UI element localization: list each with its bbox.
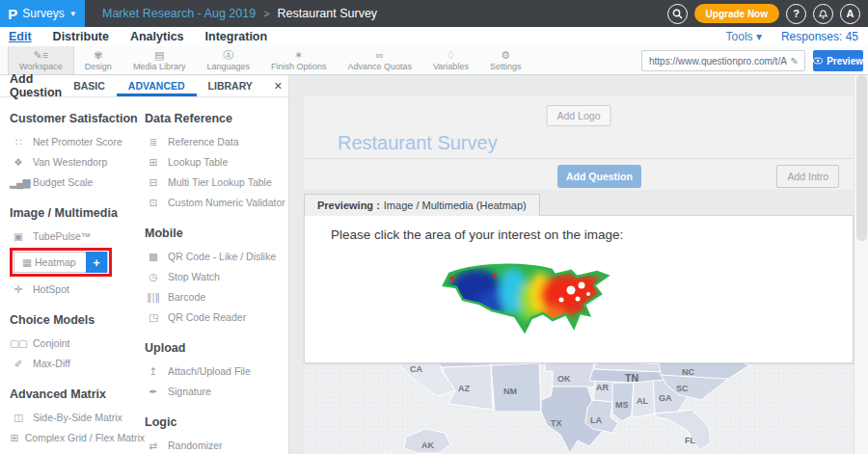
bar-chart-icon: ▂▄▆ xyxy=(10,176,26,188)
state-label-az: AZ xyxy=(458,384,470,393)
video-camera-icon: ▣ xyxy=(10,230,26,242)
question-text: Please click the area of your interest o… xyxy=(331,227,623,242)
search-button[interactable] xyxy=(667,4,688,24)
survey-title[interactable]: Restaurant Survey xyxy=(338,132,498,154)
item-van-westendorp[interactable]: ❖ Van Westendorp xyxy=(10,151,145,172)
item-lookup-table[interactable]: ⊞ Lookup Table xyxy=(145,151,287,172)
item-custom-numeric-validator[interactable]: ⊡ Custom Numeric Validator xyxy=(145,192,287,212)
edit-url-pencil-icon[interactable]: ✎ xyxy=(791,56,804,67)
add-question-button[interactable]: Add Question xyxy=(557,165,641,188)
responses-count[interactable]: Responses: 45 xyxy=(781,30,858,43)
scrollbar-track[interactable] xyxy=(854,75,868,454)
nav-tab-analytics[interactable]: Analytics xyxy=(130,30,184,43)
item-stop-watch[interactable]: ◷ Stop Watch xyxy=(145,266,287,286)
section-customer-satisfaction: Customer Satisfaction ∷ Net Promoter Sco… xyxy=(10,112,145,192)
us-states-map[interactable]: CA AZ NM OK AR TN NC SC MS AL GA TX LA F… xyxy=(304,361,854,454)
item-net-promoter-score[interactable]: ∷ Net Promoter Score xyxy=(10,131,145,151)
heatmap-icon: ▦ xyxy=(18,256,35,268)
upgrade-now-button[interactable]: Upgrade Now xyxy=(694,4,779,23)
breadcrumb: Market Research - Aug 2019 > Restaurant … xyxy=(102,7,377,20)
item-max-diff[interactable]: ✐ Max-Diff xyxy=(10,353,145,373)
preview-button[interactable]: Preview xyxy=(813,50,863,71)
toolbar-advance-quotas-button[interactable]: ∞ Advance Quotas xyxy=(337,46,422,74)
toolbar-finish-options-button[interactable]: ✶ Finish Options xyxy=(260,46,338,74)
item-reference-data[interactable]: ≣ Reference Data xyxy=(145,131,287,151)
grid-icon: ⊞ xyxy=(10,432,18,443)
toolbar-variables-button[interactable]: ♢ Variables xyxy=(422,46,479,74)
surveys-menu[interactable]: P Surveys ▼ xyxy=(0,0,85,27)
nav-tab-distribute[interactable]: Distribute xyxy=(53,30,109,43)
toolbar-design-button[interactable]: ✾ Design xyxy=(74,46,122,74)
tab-library[interactable]: LIBRARY xyxy=(197,75,264,96)
help-icon: ? xyxy=(793,8,800,19)
item-conjoint[interactable]: ▢▢ Conjoint xyxy=(10,333,145,353)
toolbar-settings-button[interactable]: ⚙ Settings xyxy=(479,46,532,74)
add-question-panel: Add Question BASIC ADVANCED LIBRARY ✕ Cu… xyxy=(0,75,289,454)
breadcrumb-folder[interactable]: Market Research - Aug 2019 xyxy=(102,7,256,20)
close-panel-button[interactable]: ✕ xyxy=(264,75,292,96)
item-randomizer[interactable]: ⇄ Randomizer xyxy=(145,435,287,454)
state-label-la: LA xyxy=(590,415,602,425)
add-heatmap-button[interactable]: + xyxy=(86,252,107,273)
tab-basic[interactable]: BASIC xyxy=(62,75,117,96)
item-complex-grid[interactable]: ⊞ Complex Grid / Flex Matrix xyxy=(10,427,145,447)
section-choice-models: Choice Models ▢▢ Conjoint ✐ Max-Diff xyxy=(10,313,145,373)
chevron-down-icon: ▼ xyxy=(69,10,77,18)
item-heatmap[interactable]: ▦ Heatmap + xyxy=(14,252,108,273)
help-button[interactable]: ? xyxy=(786,4,806,24)
item-hotspot[interactable]: ✛ HotSpot xyxy=(10,279,145,299)
section-heading: Mobile xyxy=(145,227,287,240)
number-box-icon: ⊡ xyxy=(145,197,161,208)
stopwatch-icon: ◷ xyxy=(145,271,161,282)
tab-advanced[interactable]: ADVANCED xyxy=(117,75,197,96)
rows-icon: ≣ xyxy=(145,136,161,147)
section-heading: Upload xyxy=(145,341,287,355)
section-advanced-matrix: Advanced Matrix ◫ Side-By-Side Matrix ⊞ … xyxy=(10,387,145,447)
survey-canvas: Add Logo Restaurant Survey Add Question … xyxy=(289,75,868,454)
breadcrumb-current: Restaurant Survey xyxy=(278,7,378,20)
notifications-button[interactable] xyxy=(813,4,833,24)
survey-header-card: Add Logo Restaurant Survey Add Question … xyxy=(304,96,854,190)
section-heading: Advanced Matrix xyxy=(10,387,145,401)
eye-icon xyxy=(813,57,823,65)
signature-pen-icon: ✒ xyxy=(145,386,161,397)
heatmap-image[interactable] xyxy=(438,260,631,346)
add-logo-button[interactable]: Add Logo xyxy=(547,105,611,126)
item-tubepulse[interactable]: ▣ TubePulse™ xyxy=(10,226,145,246)
bell-icon xyxy=(818,8,828,19)
item-budget-scale[interactable]: ▂▄▆ Budget Scale xyxy=(10,172,145,192)
toolbar-languages-button[interactable]: Ⓐ Languages xyxy=(196,46,260,74)
item-barcode[interactable]: ∥∣∥ Barcode xyxy=(145,286,287,307)
section-data-reference: Data Reference ≣ Reference Data ⊞ Lookup… xyxy=(145,112,287,212)
nav-tab-edit[interactable]: Edit xyxy=(9,30,32,43)
split-grid-icon: ◫ xyxy=(10,412,26,423)
nav-tab-integration[interactable]: Integration xyxy=(205,30,268,43)
add-intro-button[interactable]: Add Intro xyxy=(776,165,839,188)
toolbar-media-library-button[interactable]: ▤ Media Library xyxy=(122,46,197,74)
avatar[interactable]: A xyxy=(840,4,860,24)
questionpro-logo-icon: P xyxy=(8,6,17,22)
item-multi-tier-lookup-table[interactable]: ⊟ Multi Tier Lookup Table xyxy=(145,172,287,192)
survey-nav: Edit Distribute Analytics Integration To… xyxy=(0,27,868,46)
item-signature[interactable]: ✒ Signature xyxy=(145,381,287,401)
tools-menu[interactable]: Tools ▾ xyxy=(726,30,762,43)
question-types-right-column: Data Reference ≣ Reference Data ⊞ Lookup… xyxy=(145,97,287,454)
qr-code-icon: ▩ xyxy=(145,251,161,262)
section-mobile: Mobile ▩ QR Code - Like / Dislike ◷ Stop… xyxy=(145,227,287,327)
previewing-value: Image / Multimedia (Heatmap) xyxy=(384,200,527,211)
translate-icon: Ⓐ xyxy=(223,49,233,61)
item-qr-code-like-dislike[interactable]: ▩ QR Code - Like / Dislike xyxy=(145,246,287,266)
item-side-by-side-matrix[interactable]: ◫ Side-By-Side Matrix xyxy=(10,407,145,427)
us-heatmap-graphic xyxy=(438,260,631,342)
state-label-ok: OK xyxy=(557,374,571,384)
toolbar-workspace-button[interactable]: ✎≡ Workspace xyxy=(8,46,74,74)
top-bar: P Surveys ▼ Market Research - Aug 2019 >… xyxy=(0,0,868,27)
item-attach-upload-file[interactable]: ↥ Attach/Upload File xyxy=(145,361,287,381)
barcode-icon: ∥∣∥ xyxy=(145,291,161,303)
survey-url-input[interactable] xyxy=(642,56,791,67)
nps-scale-icon: ∷ xyxy=(10,136,26,147)
chevron-down-icon: ▾ xyxy=(756,30,762,43)
item-qr-code-reader[interactable]: ◳ QR Code Reader xyxy=(145,307,287,327)
edit-toolbar: ✎≡ Workspace ✾ Design ▤ Media Library Ⓐ … xyxy=(0,46,868,75)
scrollbar-thumb[interactable] xyxy=(856,75,867,241)
